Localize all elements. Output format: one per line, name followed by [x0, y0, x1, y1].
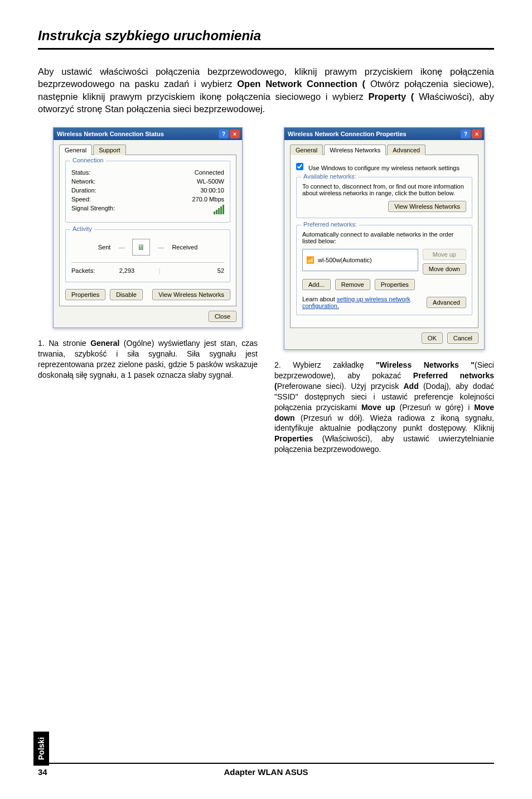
packets-received-value: 52 [161, 267, 224, 274]
preferred-network-item: wl-500w(Automatic) [318, 257, 372, 263]
group-preferred-title: Preferred networks: [301, 221, 359, 228]
preferred-networks-text: Automatically connect to available netwo… [302, 231, 466, 244]
status-titlebar: Wireless Network Connection Status ? × [54, 128, 242, 140]
close-button[interactable]: Close [209, 311, 236, 322]
status-label: Status: [71, 169, 90, 176]
move-up-button[interactable]: Move up [423, 249, 466, 260]
activity-computers-icon: 🖥 [132, 239, 150, 256]
c2-b6: Properties [274, 434, 313, 443]
view-wireless-networks-button[interactable]: View Wireless Networks [152, 289, 230, 300]
intro-paragraph: Aby ustawić właściwości połączenia bezpr… [38, 65, 494, 115]
signal-bars-icon [214, 205, 224, 214]
network-label: Network: [71, 178, 95, 185]
network-value: WL-500W [197, 178, 224, 185]
packets-label: Packets: [71, 267, 95, 274]
disable-button[interactable]: Disable [110, 289, 143, 300]
use-windows-checkbox[interactable] [296, 163, 303, 170]
activity-sent-label: Sent [98, 244, 111, 251]
c2-t6: (Przesuń w dół). Wieża radiowa z ikoną s… [274, 413, 494, 433]
c2-t1: Wybierz zakładkę [293, 360, 376, 369]
ok-button[interactable]: OK [422, 333, 443, 344]
page-number: 34 [38, 767, 60, 777]
open-network-label: Open Network Connection ( [237, 79, 365, 89]
tab-general-2[interactable]: General [290, 145, 323, 155]
properties-titlebar: Wireless Network Connection Properties ?… [284, 128, 484, 140]
caption-2-number: 2. [274, 360, 293, 369]
tab-support[interactable]: Support [93, 145, 126, 155]
tab-general[interactable]: General [59, 145, 92, 155]
remove-button[interactable]: Remove [335, 279, 370, 290]
property-label: Property ( [368, 92, 414, 102]
status-dialog-title: Wireless Network Connection Status [57, 131, 164, 137]
caption-1-prefix: Na stronie [49, 339, 90, 348]
close-icon[interactable]: × [472, 129, 482, 138]
caption-2: 2. Wybierz zakładkę "Wireless Networks "… [274, 360, 494, 455]
help-icon[interactable]: ? [219, 129, 229, 138]
tab-advanced[interactable]: Advanced [387, 145, 425, 155]
c2-b3: Add [403, 382, 418, 391]
speed-value: 270.0 Mbps [192, 196, 224, 203]
add-button[interactable]: Add... [302, 279, 331, 290]
packets-sent-value: 2,293 [95, 267, 158, 274]
properties-button-2[interactable]: Properties [375, 279, 415, 290]
learn-prefix: Learn about [302, 296, 337, 302]
c2-t5: (Przesuń w górę) i [395, 403, 475, 412]
caption-1-bold: General [90, 339, 119, 348]
available-networks-text: To connect to, disconnect from, or find … [302, 183, 466, 196]
footer-title: Adapter WLAN ASUS [60, 767, 472, 777]
c2-b4: Move up [361, 403, 395, 412]
preferred-networks-list[interactable]: 📶 wl-500w(Automatic) [302, 249, 418, 271]
status-value: Connected [195, 169, 224, 176]
tab-wireless-networks[interactable]: Wireless Networks [324, 145, 386, 155]
signal-strength-label: Signal Strength: [71, 205, 115, 214]
c2-b1: "Wireless Networks " [376, 360, 475, 369]
properties-button[interactable]: Properties [65, 289, 105, 300]
activity-received-label: Received [172, 244, 197, 251]
duration-value: 30:00:10 [200, 187, 224, 194]
close-icon[interactable]: × [230, 129, 240, 138]
use-windows-label: Use Windows to configure my wireless net… [308, 165, 460, 171]
learn-about-text: Learn about setting up wireless network … [302, 296, 427, 309]
properties-dialog-title: Wireless Network Connection Properties [288, 131, 407, 137]
advanced-button[interactable]: Advanced [427, 297, 466, 308]
antenna-icon: 📶 [306, 256, 315, 264]
group-activity-title: Activity [70, 225, 94, 232]
caption-1-number: 1. [38, 339, 49, 348]
page-title: Instrukcja szybkiego uruchomienia [38, 28, 494, 50]
properties-dialog: Wireless Network Connection Properties ?… [284, 127, 485, 350]
language-tab: Polski [33, 731, 49, 766]
status-dialog: Wireless Network Connection Status ? × G… [53, 127, 243, 328]
help-icon[interactable]: ? [461, 129, 471, 138]
group-available-title: Available networks: [301, 173, 359, 180]
cancel-button[interactable]: Cancel [447, 333, 478, 344]
view-wireless-networks-button-2[interactable]: View Wireless Networks [388, 201, 466, 212]
speed-label: Speed: [71, 196, 91, 203]
group-connection-title: Connection [70, 157, 106, 163]
caption-1: 1. Na stronie General (Ogólne) wyświetla… [38, 338, 258, 381]
page-footer: 34 Adapter WLAN ASUS [38, 763, 494, 777]
duration-label: Duration: [71, 187, 96, 194]
move-down-button[interactable]: Move down [423, 263, 466, 275]
c2-t3: Preferowane sieci). Użyj przycisk [277, 382, 404, 391]
